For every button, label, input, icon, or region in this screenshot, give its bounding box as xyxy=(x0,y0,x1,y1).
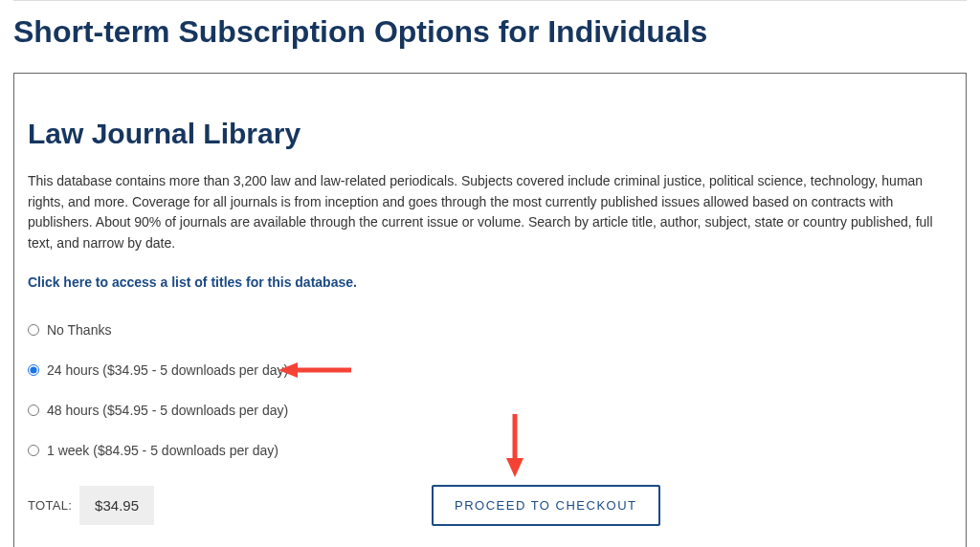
radio-no-thanks[interactable] xyxy=(28,324,39,336)
option-48-hours[interactable]: 48 hours ($54.95 - 5 downloads per day) xyxy=(28,403,952,418)
option-1-week[interactable]: 1 week ($84.95 - 5 downloads per day) xyxy=(28,443,952,458)
option-label[interactable]: 24 hours ($34.95 - 5 downloads per day) xyxy=(47,362,288,378)
option-label[interactable]: 1 week ($84.95 - 5 downloads per day) xyxy=(47,443,278,458)
radio-1-week[interactable] xyxy=(28,445,39,456)
product-description: This database contains more than 3,200 l… xyxy=(28,171,952,254)
footer-row: TOTAL: $34.95 PROCEED TO CHECKOUT xyxy=(28,485,952,526)
radio-24-hours[interactable] xyxy=(28,364,39,376)
subscription-options: No Thanks 24 hours ($34.95 - 5 downloads… xyxy=(28,322,952,458)
option-label[interactable]: 48 hours ($54.95 - 5 downloads per day) xyxy=(47,403,288,418)
radio-48-hours[interactable] xyxy=(28,405,39,416)
titles-list-link[interactable]: Click here to access a list of titles fo… xyxy=(28,274,357,290)
option-24-hours[interactable]: 24 hours ($34.95 - 5 downloads per day) xyxy=(28,362,952,378)
option-label[interactable]: No Thanks xyxy=(47,322,111,338)
total-value: $34.95 xyxy=(79,486,154,525)
total-label: TOTAL: xyxy=(28,498,72,513)
product-card: Law Journal Library This database contai… xyxy=(13,73,967,547)
product-title: Law Journal Library xyxy=(28,118,952,150)
top-divider xyxy=(13,0,967,1)
proceed-to-checkout-button[interactable]: PROCEED TO CHECKOUT xyxy=(432,485,660,526)
option-no-thanks[interactable]: No Thanks xyxy=(28,322,952,338)
page-title: Short-term Subscription Options for Indi… xyxy=(13,14,967,50)
svg-marker-3 xyxy=(506,458,523,477)
